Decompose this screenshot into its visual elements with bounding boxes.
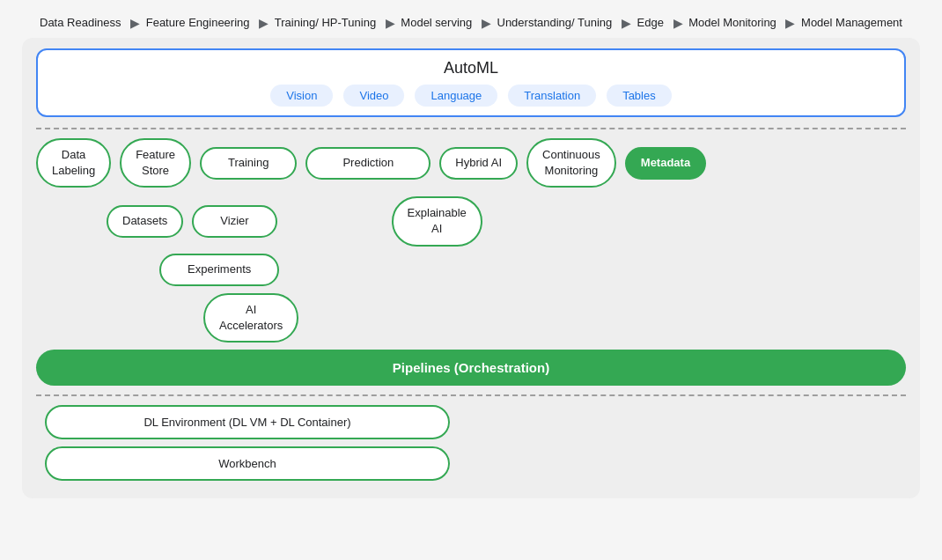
nodes-row3: Experiments: [159, 254, 906, 286]
node-hybrid-ai: Hybrid AI: [439, 147, 518, 180]
arrow-4: ▶: [482, 16, 491, 30]
step-edge: Edge: [637, 16, 664, 31]
nodes-row1: DataLabeling FeatureStore Training Predi…: [36, 138, 906, 188]
node-prediction: Prediction: [305, 147, 431, 180]
chip-translation: Translation: [508, 85, 596, 107]
step-feature-engineering: Feature Engineering: [146, 16, 250, 31]
node-vizier: Vizier: [192, 205, 276, 238]
node-ai-accelerators: AIAccelerators: [203, 293, 298, 343]
automl-chips: Vision Video Language Translation Tables: [52, 85, 890, 107]
node-datasets: Datasets: [107, 205, 183, 238]
nodes-row2: Datasets Vizier ExplainableAI: [107, 196, 906, 246]
chip-video: Video: [343, 85, 404, 107]
pipelines-bar: Pipelines (Orchestration): [36, 350, 906, 386]
chip-language: Language: [415, 85, 497, 107]
chip-tables: Tables: [607, 85, 672, 107]
arrow-5: ▶: [622, 16, 631, 30]
node-feature-store: FeatureStore: [120, 138, 191, 188]
step-training-hp: Training/ HP-Tuning: [275, 16, 376, 31]
chip-vision: Vision: [270, 85, 333, 107]
arrow-3: ▶: [386, 16, 395, 30]
dashed-divider-bottom: [36, 394, 906, 396]
node-explainable-ai: ExplainableAI: [392, 196, 482, 246]
dashed-divider-top: [36, 128, 906, 129]
step-data-readiness: Data Readiness: [40, 16, 121, 31]
arrow-1: ▶: [130, 16, 140, 30]
node-continuous-monitoring: ContinuousMonitoring: [526, 138, 616, 188]
node-dl-environment: DL Environment (DL VM + DL Container): [45, 405, 450, 439]
step-model-management: Model Management: [801, 16, 902, 31]
diagram-container: Data Readiness ▶ Feature Engineering ▶ T…: [4, 7, 938, 553]
node-data-labeling: DataLabeling: [36, 138, 111, 188]
main-area: AutoML Vision Video Language Translation…: [22, 38, 920, 498]
arrow-7: ▶: [785, 16, 795, 30]
node-experiments: Experiments: [159, 254, 279, 286]
arrow-2: ▶: [259, 16, 269, 30]
node-metadata: Metadata: [625, 147, 706, 180]
pipeline-header: Data Readiness ▶ Feature Engineering ▶ T…: [22, 16, 920, 31]
middle-section: DataLabeling FeatureStore Training Predi…: [36, 138, 906, 343]
nodes-row4: AIAccelerators: [203, 293, 906, 343]
arrow-6: ▶: [673, 16, 683, 30]
node-training: Training: [200, 147, 297, 180]
bottom-section: DL Environment (DL VM + DL Container) Wo…: [36, 405, 906, 481]
step-understanding: Understanding/ Tuning: [497, 16, 613, 31]
node-workbench: Workbench: [45, 446, 450, 481]
step-model-monitoring: Model Monitoring: [688, 16, 776, 31]
automl-title: AutoML: [52, 59, 890, 77]
step-model-serving: Model serving: [401, 16, 472, 31]
automl-box: AutoML Vision Video Language Translation…: [36, 48, 906, 117]
